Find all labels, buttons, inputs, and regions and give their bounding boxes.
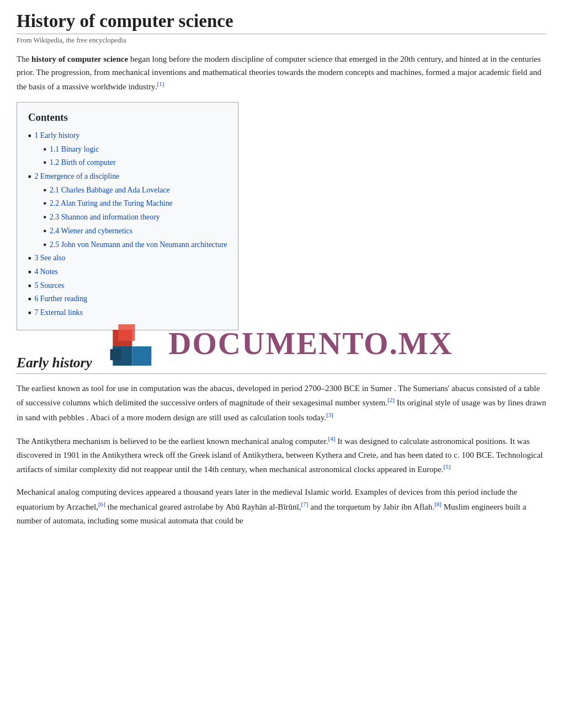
toc-link-toc-7[interactable]: 7 External links [34,307,82,319]
ref-7[interactable]: [7] [301,501,308,507]
toc-link-toc-6[interactable]: 6 Further reading [34,293,87,305]
ref-3[interactable]: [3] [326,411,333,418]
eh-p2-text: The Antikythera mechanism is believed to… [17,437,328,446]
toc-link-toc-5[interactable]: 5 Sources [34,280,64,292]
svg-rect-0 [113,330,132,349]
early-history-heading: Early history [17,355,546,374]
toc-item-toc-2: 2 Emergence of a discipline [28,171,227,183]
toc-item-toc-6: 6 Further reading [28,293,227,305]
toc-item-toc-1: 1 Early history [28,130,227,142]
ref-2[interactable]: [2] [387,397,395,403]
contents-list: 1 Early history1.1 Binary logic1.2 Birth… [28,130,227,319]
toc-link-toc-3[interactable]: 3 See also [34,253,65,264]
toc-item-toc-2-4: 2.4 Wiener and cybernetics [28,226,227,237]
toc-link-toc-2-5[interactable]: 2.5 John von Neumann and the von Neumann… [50,239,227,251]
ref-1[interactable]: [1] [157,81,164,87]
wiki-source: From Wikipedia, the free encyclopedia [17,36,546,45]
toc-link-toc-2-1[interactable]: 2.1 Charles Babbage and Ada Lovelace [50,185,170,196]
ref-5[interactable]: [5] [443,463,450,470]
ref-6[interactable]: [6] [98,501,105,507]
ref-8[interactable]: [8] [434,501,442,507]
toc-link-toc-2[interactable]: 2 Emergence of a discipline [34,171,119,183]
early-history-para1: The earliest known as tool for use in co… [17,382,546,425]
contents-title: Contents [28,111,227,124]
eh-p3b-text: the mechanical geared astrolabe by Abū R… [105,502,301,511]
toc-item-toc-1-2: 1.2 Birth of computer [28,157,227,169]
toc-item-toc-2-3: 2.3 Shannon and information theory [28,212,227,223]
toc-item-toc-7: 7 External links [28,307,227,319]
page-container: History of computer science From Wikiped… [17,11,546,527]
toc-link-toc-1-2[interactable]: 1.2 Birth of computer [50,157,116,169]
page-title: History of computer science [17,11,546,34]
toc-item-toc-2-1: 2.1 Charles Babbage and Ada Lovelace [28,185,227,196]
toc-item-toc-5: 5 Sources [28,280,227,292]
eh-p3c-text: and the torquetum by Jabir ibn Aflah. [309,502,434,511]
toc-link-toc-1[interactable]: 1 Early history [34,130,79,142]
toc-item-toc-3: 3 See also [28,253,227,264]
toc-item-toc-1-1: 1.1 Binary logic [28,144,227,156]
toc-link-toc-4[interactable]: 4 Notes [34,266,58,278]
early-history-para3: Mechanical analog computing devices appe… [17,485,546,527]
toc-link-toc-2-3[interactable]: 2.3 Shannon and information theory [50,212,160,223]
contents-box: Contents 1 Early history1.1 Binary logic… [17,102,238,330]
intro-part1: The [17,55,31,63]
ref-4[interactable]: [4] [328,435,335,442]
intro-bold: history of computer science [31,55,128,63]
early-history-para2: The Antikythera mechanism is believed to… [17,433,546,477]
toc-link-toc-2-2[interactable]: 2.2 Alan Turing and the Turing Machine [50,198,173,210]
toc-item-toc-4: 4 Notes [28,266,227,278]
toc-link-toc-1-1[interactable]: 1.1 Binary logic [50,144,99,156]
toc-item-toc-2-2: 2.2 Alan Turing and the Turing Machine [28,198,227,210]
intro-paragraph: The history of computer science began lo… [17,52,546,93]
toc-link-toc-2-4[interactable]: 2.4 Wiener and cybernetics [50,226,132,237]
toc-item-toc-2-5: 2.5 John von Neumann and the von Neumann… [28,239,227,251]
